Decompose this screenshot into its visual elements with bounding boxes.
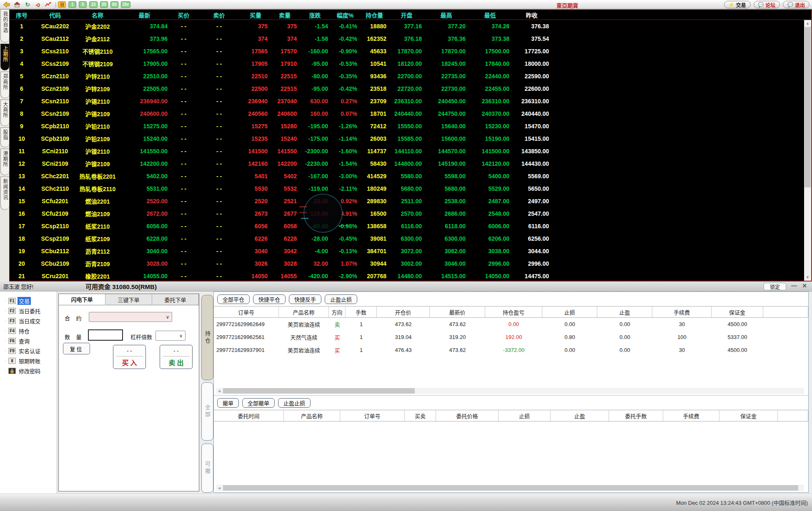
market-cell: -1.60% — [331, 145, 360, 157]
sidebar-tab-我的自选[interactable]: 我的自选 — [0, 9, 9, 42]
column-header-最新价: 最新价 — [430, 307, 485, 317]
buy-button[interactable]: - - 买入 — [113, 345, 146, 369]
menu-item-实名认证[interactable]: ··F9实名认证 — [4, 346, 57, 356]
market-row[interactable]: 20SCbu2109沥青21093028.00- -- -3026302832.… — [10, 257, 804, 270]
period-button-1[interactable]: 1 — [68, 1, 76, 8]
market-row[interactable]: 11SCni2110沪镍2110141550.00- -- -141500141… — [10, 145, 804, 157]
chart-icon[interactable] — [44, 1, 53, 8]
market-cell: 2996.00 — [468, 257, 512, 270]
sell-button[interactable]: - - 卖出 — [160, 345, 193, 369]
period-button-5[interactable]: 5 — [79, 1, 87, 8]
leverage-select[interactable]: ∨ — [155, 331, 185, 341]
column-header-委托价格: 委托价格 — [436, 410, 499, 421]
market-vertical-scrollbar[interactable]: ▲ ▼ — [804, 20, 811, 281]
sidebar-tab-大商所[interactable]: 大商所 — [0, 100, 9, 126]
period-button-15[interactable]: 15 — [89, 1, 97, 8]
scrollbar-thumb[interactable] — [223, 485, 798, 491]
menu-item-交易[interactable]: ··F1交易 — [4, 296, 57, 306]
撤单-button[interactable]: 撤单 — [217, 398, 239, 408]
position-cell: 476.43 — [377, 344, 430, 356]
sidebar-tab-上期所[interactable]: 上期所 — [0, 44, 9, 70]
market-row[interactable]: 17SCsp2110纸浆21106056.00- -- -60566058-60… — [10, 220, 804, 232]
sidebar-tab-港期所[interactable]: 港期所 — [0, 149, 9, 175]
refresh-icon[interactable]: ↻ — [23, 1, 32, 8]
快捷反手-button[interactable]: 快捷反手 — [289, 294, 321, 304]
position-row[interactable]: 2997721629937901美页岩油连续买1476.43473.62-337… — [214, 344, 808, 356]
market-row[interactable]: 19SCbu2112沥青21123040.00- -- -30403042-4.… — [10, 245, 804, 257]
period-button-30[interactable]: 30 — [100, 1, 108, 8]
market-row[interactable]: 16SCfu2109燃油21092672.00- -- -26732677125… — [10, 207, 804, 220]
market-cell: 180249 — [360, 182, 389, 195]
tab-cancelable-orders[interactable]: 可撤 — [201, 444, 213, 493]
lock-button[interactable]: 锁定 — [764, 283, 786, 290]
period-button-2hr[interactable]: 2hr — [121, 1, 131, 8]
market-row[interactable]: 8SCsn2109沪锡2109240600.00- -- -2405602406… — [10, 107, 804, 120]
scrollbar-thumb[interactable] — [223, 388, 415, 394]
scroll-up-icon[interactable]: ▲ — [804, 20, 811, 27]
market-row[interactable]: 21SCru2201橡胶220114055.00- -- -1405014055… — [10, 270, 804, 281]
order-tab-三键下单[interactable]: 三键下单 — [105, 294, 152, 305]
论坛-button[interactable]: 💬论坛 — [754, 1, 780, 8]
快捷平仓-button[interactable]: 快捷平仓 — [253, 294, 286, 304]
scrollbar-thumb[interactable] — [804, 27, 811, 187]
back-icon[interactable] — [3, 1, 11, 8]
menu-item-当日委托[interactable]: ··F2当日委托 — [4, 306, 57, 316]
market-row[interactable]: 14SChc2110热轧卷板21105531.00- -- -55305532-… — [10, 182, 804, 195]
止盈止损-button[interactable]: 止盈止损 — [278, 398, 311, 408]
交易-button[interactable]: ⚡交易 — [724, 1, 751, 8]
sidebar-tab-郑商所[interactable]: 郑商所 — [0, 72, 9, 98]
scroll-left-icon[interactable]: ◄ — [216, 388, 222, 394]
sidebar-tab-股指[interactable]: 股指 — [0, 127, 9, 147]
market-cell: 5680.00 — [424, 182, 468, 195]
tab-positions[interactable]: 持仓 — [201, 295, 213, 380]
position-row[interactable]: 2997721629962649美页岩油连续卖1473.62473.620.00… — [214, 318, 808, 331]
menu-item-查询[interactable]: ··F6查询 — [4, 336, 57, 346]
scroll-down-icon[interactable]: ▼ — [804, 274, 811, 281]
close-icon[interactable]: ✕ — [802, 282, 807, 289]
menu-item-修改密码[interactable]: ··🔒修改密码 — [4, 366, 57, 376]
market-row[interactable]: 2SCau2112沪金2112373.96- -- -374374-1.58-0… — [10, 32, 804, 45]
market-cell: 0.07% — [331, 107, 360, 120]
market-cell: 6226 — [241, 232, 270, 245]
quantity-input[interactable] — [88, 329, 123, 341]
menu-item-银期转账[interactable]: ··¥银期转账 — [4, 356, 57, 366]
scroll-left-icon[interactable]: ◄ — [216, 485, 222, 491]
market-row[interactable]: 3SCss2110不锈钢211017565.00- -- -1756517570… — [10, 45, 804, 57]
market-cell: 374 — [241, 32, 270, 45]
order-tab-委托下单[interactable]: 委托下单 — [152, 294, 199, 305]
market-row[interactable]: 5SCzn2110沪锌211022510.00- -- -2251022515-… — [10, 70, 804, 82]
position-cell: 0.00 — [542, 318, 597, 331]
tab-all-orders[interactable]: 全部 — [201, 382, 213, 441]
market-row[interactable]: 4SCss2109不锈钢210917905.00- -- -1790517910… — [10, 57, 804, 70]
market-row[interactable]: 9SCpb2110沪铅211015275.00- -- -1527515280-… — [10, 120, 804, 132]
market-row[interactable]: 7SCsn2110沪锡2110236940.00- -- -2369402370… — [10, 95, 804, 107]
period-button-日[interactable]: 日 — [58, 1, 66, 8]
period-button-60[interactable]: 60 — [110, 1, 118, 8]
minimize-icon[interactable]: — — [791, 282, 797, 289]
positions-horizontal-scrollbar[interactable]: ◄ — [216, 388, 804, 394]
market-row[interactable]: 13SChc2201热轧卷板22015402.00- -- -54015402-… — [10, 170, 804, 182]
market-row[interactable]: 12SCni2109沪镍2109142200.00- -- -142160142… — [10, 157, 804, 170]
menu-item-持仓[interactable]: ··F4持仓 — [4, 326, 57, 336]
contract-select[interactable]: ∨ — [89, 312, 172, 322]
home-icon[interactable] — [13, 1, 21, 8]
market-row[interactable]: 18SCsp2109纸浆21096228.00- -- -62266228-28… — [10, 232, 804, 245]
orders-horizontal-scrollbar[interactable]: ◄ — [216, 485, 804, 491]
position-row[interactable]: 2997721629962561天然气连续买1319.04319.20192.0… — [214, 331, 808, 344]
horn-icon[interactable] — [34, 1, 42, 8]
止盈止损-button[interactable]: 止盈止损 — [325, 294, 357, 304]
column-header-止损: 止损 — [499, 410, 551, 421]
menu-item-当日成交[interactable]: ··F3当日成交 — [4, 316, 57, 326]
market-row[interactable]: 10SCpb2109沪铅210915240.00- -- -1523515240… — [10, 132, 804, 145]
reset-button[interactable]: 复位 — [63, 343, 90, 354]
全部撤单-button[interactable]: 全部撤单 — [242, 398, 275, 408]
order-tab-闪电下单[interactable]: 闪电下单 — [59, 294, 105, 305]
orders-section: 撤单全部撤单止盈止损 委托时间产品名称订单号买卖委托价格止损止盈委托手数手续费保… — [214, 395, 808, 421]
market-row[interactable]: 6SCzn2109沪锌210922505.00- -- -2250022515-… — [10, 82, 804, 95]
sidebar-tab-新闻资讯[interactable]: 新闻资讯 — [0, 177, 9, 210]
market-row[interactable]: 1SCau2202沪金2202374.84- -- -375375-1.54-0… — [10, 20, 804, 32]
全部平仓-button[interactable]: 全部平仓 — [217, 294, 250, 304]
退出-button[interactable]: 💬退出 — [783, 1, 809, 8]
market-row[interactable]: 15SCfu2201燃油22012520.00- -- -2520252123.… — [10, 195, 804, 207]
market-cell: 6056.00 — [119, 220, 170, 232]
